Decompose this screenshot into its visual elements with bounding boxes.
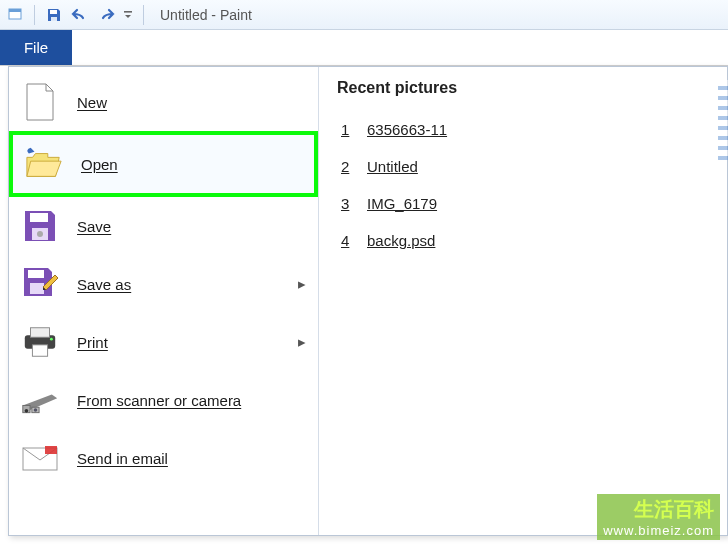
- menu-email[interactable]: Send in email: [9, 429, 318, 487]
- menu-print[interactable]: Print ▸: [9, 313, 318, 371]
- svg-rect-11: [31, 328, 50, 338]
- divider: [34, 5, 35, 25]
- recent-name: backg.psd: [367, 232, 435, 249]
- recent-num: 3: [341, 195, 355, 212]
- open-icon: [25, 145, 63, 183]
- svg-rect-2: [50, 10, 57, 14]
- titlebar: Untitled - Paint: [0, 0, 728, 30]
- file-tab[interactable]: File: [0, 30, 72, 65]
- file-menu: New Open Save Save as ▸: [8, 66, 728, 536]
- menu-save[interactable]: Save: [9, 197, 318, 255]
- chevron-right-icon: ▸: [298, 275, 306, 293]
- save-icon[interactable]: [43, 4, 65, 26]
- svg-rect-5: [30, 213, 48, 222]
- svg-rect-4: [124, 11, 132, 13]
- decor: [718, 80, 728, 160]
- recent-panel: Recent pictures 1 6356663-11 2 Untitled …: [319, 67, 727, 535]
- recent-item[interactable]: 2 Untitled: [337, 148, 709, 185]
- divider: [143, 5, 144, 25]
- recent-name: IMG_6179: [367, 195, 437, 212]
- save-disk-icon: [21, 207, 59, 245]
- qat-paint-icon[interactable]: [4, 4, 26, 26]
- menu-open[interactable]: Open: [9, 131, 318, 197]
- scanner-icon: [21, 381, 59, 419]
- recent-item[interactable]: 1 6356663-11: [337, 111, 709, 148]
- qat-customize-icon[interactable]: [121, 8, 135, 22]
- window-title: Untitled - Paint: [160, 7, 252, 23]
- watermark-cn: 生活百科: [603, 496, 714, 523]
- menu-saveas-label: Save as: [77, 276, 131, 293]
- redo-icon[interactable]: [95, 4, 117, 26]
- recent-name: 6356663-11: [367, 121, 447, 138]
- menu-open-label: Open: [81, 156, 118, 173]
- recent-num: 2: [341, 158, 355, 175]
- svg-point-13: [50, 338, 53, 341]
- new-icon: [21, 83, 59, 121]
- app-window: Untitled - Paint File New Open: [0, 0, 728, 546]
- ribbon-tabs: File: [0, 30, 728, 66]
- recent-item[interactable]: 4 backg.psd: [337, 222, 709, 259]
- svg-rect-19: [45, 446, 57, 454]
- svg-rect-8: [28, 270, 44, 278]
- svg-rect-3: [51, 17, 57, 21]
- svg-point-17: [34, 408, 38, 412]
- watermark: 生活百科 www.bimeiz.com: [597, 494, 720, 540]
- email-icon: [21, 439, 59, 477]
- menu-email-label: Send in email: [77, 450, 168, 467]
- svg-rect-12: [32, 345, 47, 356]
- svg-point-15: [25, 409, 29, 413]
- menu-print-label: Print: [77, 334, 108, 351]
- svg-point-7: [37, 231, 43, 237]
- menu-new[interactable]: New: [9, 73, 318, 131]
- svg-rect-1: [9, 9, 21, 12]
- watermark-url: www.bimeiz.com: [603, 523, 714, 538]
- print-icon: [21, 323, 59, 361]
- chevron-right-icon: ▸: [298, 333, 306, 351]
- saveas-icon: [21, 265, 59, 303]
- menu-scanner-label: From scanner or camera: [77, 392, 241, 409]
- svg-rect-9: [30, 283, 44, 294]
- recent-num: 4: [341, 232, 355, 249]
- menu-scanner[interactable]: From scanner or camera: [9, 371, 318, 429]
- menu-new-label: New: [77, 94, 107, 111]
- recent-name: Untitled: [367, 158, 418, 175]
- file-menu-left: New Open Save Save as ▸: [9, 67, 319, 535]
- menu-save-label: Save: [77, 218, 111, 235]
- undo-icon[interactable]: [69, 4, 91, 26]
- recent-item[interactable]: 3 IMG_6179: [337, 185, 709, 222]
- recent-num: 1: [341, 121, 355, 138]
- recent-header: Recent pictures: [337, 79, 709, 97]
- menu-saveas[interactable]: Save as ▸: [9, 255, 318, 313]
